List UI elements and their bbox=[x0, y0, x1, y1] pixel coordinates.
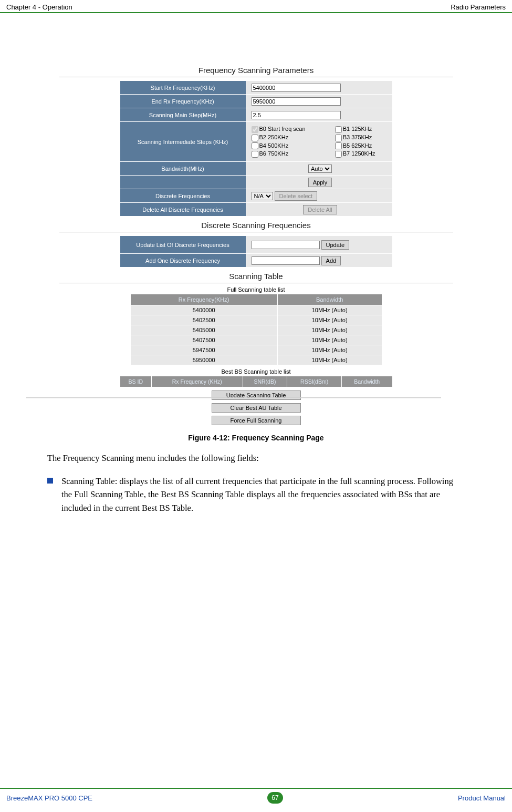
best-bs-table: BS ID Rx Frequency (KHz) SNR(dB) RSSI(dB… bbox=[120, 376, 393, 387]
inter-steps-grid: B0 Start freq scan B1 125KHz B2 250KHz B… bbox=[252, 126, 389, 157]
col-rx-freq: Rx Frequency(KHz) bbox=[130, 294, 277, 305]
best-list-caption: Best BS Scanning table list bbox=[59, 368, 453, 375]
page-footer: BreezeMAX PRO 5000 CPE 67 Product Manual bbox=[0, 788, 512, 807]
table-row: 595000010MHz (Auto) bbox=[130, 355, 382, 365]
header-right: Radio Parameters bbox=[451, 3, 506, 11]
opt-b4: B4 500KHz bbox=[259, 142, 289, 149]
col-rssi: RSSI(dBm) bbox=[287, 376, 341, 387]
body-text: The Frequency Scanning menu includes the… bbox=[47, 451, 465, 515]
square-bullet-icon bbox=[47, 478, 53, 484]
decorative-rule bbox=[26, 397, 441, 398]
freq-params-table: Start Rx Frequency(KHz) End Rx Frequency… bbox=[120, 80, 393, 217]
start-rx-input[interactable] bbox=[252, 84, 341, 92]
main-step-input[interactable] bbox=[252, 111, 341, 119]
page-header: Chapter 4 - Operation Radio Parameters bbox=[0, 0, 512, 13]
col-rxfreq2: Rx Frequency (KHz) bbox=[152, 376, 243, 387]
bullet-text: Scanning Table: displays the list of all… bbox=[61, 475, 465, 515]
chk-b4[interactable] bbox=[252, 142, 258, 149]
intro-paragraph: The Frequency Scanning menu includes the… bbox=[47, 451, 465, 465]
header-left: Chapter 4 - Operation bbox=[6, 3, 72, 11]
add-one-input[interactable] bbox=[252, 256, 320, 265]
opt-b2: B2 250KHz bbox=[259, 134, 289, 140]
main-step-label: Scanning Main Step(MHz) bbox=[120, 108, 246, 122]
figure-caption: Figure 4-12: Frequency Scanning Page bbox=[32, 434, 480, 442]
col-snr: SNR(dB) bbox=[243, 376, 287, 387]
full-scanning-table: Rx Frequency(KHz) Bandwidth 540000010MHz… bbox=[130, 294, 382, 365]
page-number: 67 bbox=[267, 792, 283, 804]
update-list-button[interactable]: Update bbox=[321, 240, 349, 250]
bullet-item: Scanning Table: displays the list of all… bbox=[47, 475, 465, 515]
opt-b5: B5 625KHz bbox=[343, 142, 372, 149]
add-one-label: Add One Discrete Frequency bbox=[120, 254, 246, 268]
table-row: 540000010MHz (Auto) bbox=[130, 305, 382, 315]
chk-b2[interactable] bbox=[252, 135, 258, 141]
opt-b3: B3 375KHz bbox=[343, 134, 372, 140]
add-one-button[interactable]: Add bbox=[321, 256, 341, 265]
opt-b0: B0 Start freq scan bbox=[259, 126, 306, 132]
chk-b3[interactable] bbox=[335, 135, 342, 141]
apply-button[interactable]: Apply bbox=[308, 178, 332, 187]
table-row: 540750010MHz (Auto) bbox=[130, 335, 382, 345]
update-list-input[interactable] bbox=[252, 241, 320, 249]
bandwidth-label: Bandwidth(MHz) bbox=[120, 162, 246, 176]
page-content: Frequency Scanning Parameters Start Rx F… bbox=[0, 13, 512, 515]
bandwidth-select[interactable]: Auto bbox=[308, 165, 332, 173]
footer-right: Product Manual bbox=[458, 794, 506, 802]
discrete-table: Update List Of Discrete Frequencies Upda… bbox=[120, 235, 393, 268]
chk-b6[interactable] bbox=[252, 151, 258, 158]
panel-title-freq-params: Frequency Scanning Parameters bbox=[59, 66, 453, 77]
delete-select-button[interactable]: Delete select bbox=[275, 191, 318, 201]
table-row: 594750010MHz (Auto) bbox=[130, 345, 382, 355]
inter-steps-label: Scanning Intermediate Steps (KHz) bbox=[120, 122, 246, 162]
discrete-freq-label: Discrete Frequencies bbox=[120, 189, 246, 203]
chk-b5[interactable] bbox=[335, 142, 342, 149]
footer-left: BreezeMAX PRO 5000 CPE bbox=[6, 794, 92, 802]
chk-b7[interactable] bbox=[335, 151, 342, 158]
end-rx-label: End Rx Frequency(KHz) bbox=[120, 95, 246, 108]
col-bw2: Bandwidth bbox=[341, 376, 392, 387]
col-bandwidth: Bandwidth bbox=[277, 294, 382, 305]
opt-b1: B1 125KHz bbox=[343, 126, 372, 132]
force-full-scanning-button[interactable]: Force Full Scanning bbox=[212, 416, 301, 425]
apply-label-spacer bbox=[120, 176, 246, 189]
discrete-freq-select[interactable]: N/A bbox=[252, 192, 273, 200]
table-row: 540500010MHz (Auto) bbox=[130, 325, 382, 335]
chk-b1[interactable] bbox=[335, 126, 342, 133]
col-bsid: BS ID bbox=[120, 376, 152, 387]
delete-all-button[interactable]: Delete All bbox=[303, 205, 337, 214]
update-scanning-table-button[interactable]: Update Scanning Table bbox=[212, 390, 301, 400]
chk-b0[interactable] bbox=[252, 126, 258, 133]
delete-all-label: Delete All Discrete Frequencies bbox=[120, 203, 246, 217]
start-rx-label: Start Rx Frequency(KHz) bbox=[120, 81, 246, 95]
clear-best-au-button[interactable]: Clear Best AU Table bbox=[212, 403, 301, 413]
table-row: 540250010MHz (Auto) bbox=[130, 315, 382, 325]
embedded-screenshot: Frequency Scanning Parameters Start Rx F… bbox=[59, 66, 453, 425]
full-list-caption: Full Scanning table list bbox=[59, 286, 453, 293]
end-rx-input[interactable] bbox=[252, 97, 341, 106]
update-list-label: Update List Of Discrete Frequencies bbox=[120, 236, 246, 254]
panel-title-discrete: Discrete Scanning Frequencies bbox=[59, 221, 453, 232]
panel-title-scanning: Scanning Table bbox=[59, 272, 453, 283]
opt-b6: B6 750KHz bbox=[259, 150, 289, 157]
action-button-stack: Update Scanning Table Clear Best AU Tabl… bbox=[204, 390, 309, 425]
opt-b7: B7 1250KHz bbox=[343, 150, 375, 157]
